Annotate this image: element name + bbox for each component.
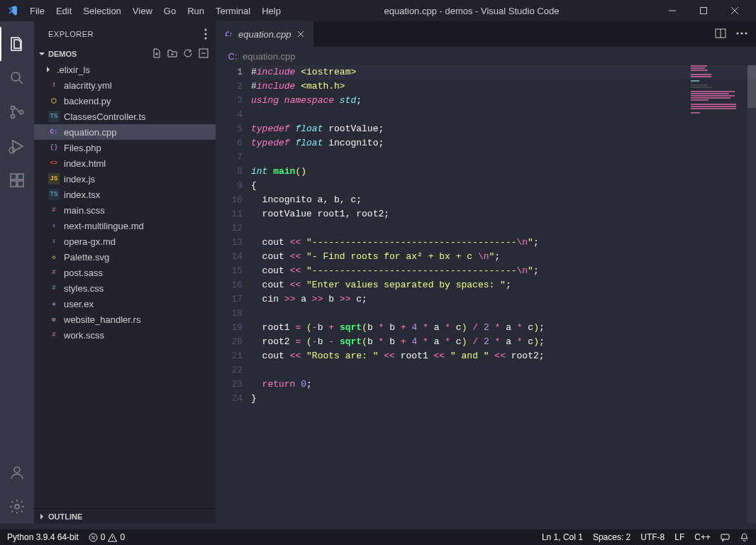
chevron-down-icon: [37, 49, 47, 59]
new-file-button[interactable]: [152, 48, 162, 60]
breadcrumb[interactable]: C: equation.cpp: [216, 47, 756, 65]
sass-file-icon: #: [48, 267, 60, 278]
file-item[interactable]: ◇Palette.svg: [34, 249, 216, 265]
editor-more-button[interactable]: [736, 28, 747, 41]
file-item[interactable]: ⬇opera-gx.md: [34, 233, 216, 249]
cpp-file-icon: C:: [227, 50, 238, 62]
collapse-button[interactable]: [199, 48, 209, 60]
activity-scm[interactable]: [0, 95, 34, 129]
editor-scrollbar[interactable]: [747, 65, 756, 524]
ts-file-icon: TS: [48, 111, 60, 122]
cpp-file-icon: C:: [223, 28, 234, 40]
php-file-icon: {}: [48, 142, 60, 153]
menu-selection[interactable]: Selection: [77, 3, 126, 19]
file-item[interactable]: #post.sass: [34, 265, 216, 280]
file-item[interactable]: #work.scss: [34, 327, 216, 343]
window-controls: [657, 0, 750, 21]
status-bell[interactable]: [740, 533, 749, 542]
sidebar: EXPLORER DEMOS .elixir_ls!alacritty.yml⬡…: [34, 21, 216, 524]
file-item[interactable]: {}Files.php: [34, 140, 216, 155]
svg-point-3: [11, 115, 15, 119]
status-encoding[interactable]: UTF-8: [640, 532, 665, 542]
chevron-right-icon: [37, 512, 47, 522]
svg-rect-9: [18, 181, 23, 187]
svg-point-1: [11, 72, 20, 81]
activity-search[interactable]: [0, 61, 34, 95]
js-file-icon: JS: [48, 173, 60, 185]
activity-debug[interactable]: [0, 129, 34, 163]
refresh-button[interactable]: [183, 48, 193, 60]
file-item[interactable]: #main.scss: [34, 202, 216, 218]
file-item[interactable]: C:equation.cpp: [34, 124, 216, 140]
ts-file-icon: TS: [48, 189, 60, 200]
sidebar-more-button[interactable]: [204, 28, 207, 40]
status-problems[interactable]: 0 0: [89, 532, 125, 542]
project-header[interactable]: DEMOS: [34, 46, 216, 62]
svg-rect-0: [701, 8, 707, 14]
file-item[interactable]: #styles.css: [34, 280, 216, 296]
menu-view[interactable]: View: [127, 3, 158, 19]
svg-point-10: [14, 467, 20, 473]
file-item[interactable]: TSClassesController.ts: [34, 109, 216, 124]
svg-point-18: [741, 32, 743, 34]
split-editor-button[interactable]: [715, 28, 726, 41]
svg-rect-6: [11, 174, 16, 180]
file-item[interactable]: <>index.html: [34, 155, 216, 171]
editor: C:equation.cpp C: equation.cpp 123456789…: [216, 21, 756, 524]
activity-settings[interactable]: [0, 490, 34, 524]
file-item[interactable]: ◈user.ex: [34, 296, 216, 312]
menu-go[interactable]: Go: [158, 3, 182, 19]
tab-bar: C:equation.cpp: [216, 21, 756, 47]
status-eol[interactable]: LF: [674, 532, 684, 542]
ex-file-icon: ◈: [48, 298, 60, 309]
sidebar-header: EXPLORER: [34, 21, 216, 46]
close-button[interactable]: [719, 0, 750, 21]
status-bar: Python 3.9.4 64-bit 0 0 Ln 1, Col 1 Spac…: [0, 529, 756, 545]
file-item[interactable]: ⬇next-multilingue.md: [34, 218, 216, 233]
scss-file-icon: #: [48, 204, 60, 216]
activity-extensions[interactable]: [0, 163, 34, 197]
outline-header[interactable]: OUTLINE: [34, 508, 216, 524]
status-cursor[interactable]: Ln 1, Col 1: [542, 532, 583, 542]
svg-point-19: [745, 32, 747, 34]
tab-equation-cpp[interactable]: C:equation.cpp: [216, 21, 314, 47]
file-item[interactable]: !alacritty.yml: [34, 77, 216, 93]
menu-help[interactable]: Help: [256, 3, 287, 19]
rs-file-icon: ⚙: [48, 314, 60, 325]
menu-edit[interactable]: Edit: [50, 3, 77, 19]
activity-explorer[interactable]: [0, 27, 34, 61]
scss-file-icon: #: [48, 329, 60, 341]
menu-bar: FileEditSelectionViewGoRunTerminalHelp: [24, 3, 287, 19]
yml-file-icon: !: [48, 79, 60, 91]
chevron-right-icon: [44, 65, 52, 74]
maximize-button[interactable]: [688, 0, 719, 21]
status-spaces[interactable]: Spaces: 2: [593, 532, 630, 542]
folder-item[interactable]: .elixir_ls: [34, 62, 216, 77]
code-area[interactable]: 123456789101112131415161718192021222324 …: [216, 65, 756, 524]
minimize-button[interactable]: [657, 0, 688, 21]
cpp-file-icon: C:: [48, 126, 60, 138]
md-file-icon: ⬇: [48, 236, 60, 247]
menu-file[interactable]: File: [24, 3, 50, 19]
menu-terminal[interactable]: Terminal: [210, 3, 256, 19]
status-lang[interactable]: C++: [694, 532, 711, 542]
new-folder-button[interactable]: [167, 48, 177, 60]
html-file-icon: <>: [48, 158, 60, 169]
file-item[interactable]: ⬡backend.py: [34, 93, 216, 109]
code-content[interactable]: #include <iostream>#include <math.h>usin…: [251, 65, 756, 524]
file-item[interactable]: TSindex.tsx: [34, 187, 216, 202]
status-python[interactable]: Python 3.9.4 64-bit: [7, 532, 79, 542]
minimap[interactable]: [691, 65, 747, 524]
svg-rect-7: [18, 174, 23, 180]
status-feedback[interactable]: [721, 533, 730, 542]
svg-point-11: [15, 505, 19, 509]
menu-run[interactable]: Run: [182, 3, 210, 19]
file-item[interactable]: ⚙website_handler.rs: [34, 312, 216, 327]
activity-account[interactable]: [0, 456, 34, 490]
tab-close-button[interactable]: [295, 28, 306, 40]
md-file-icon: ⬇: [48, 220, 60, 231]
svg-point-12: [205, 28, 207, 31]
file-item[interactable]: JSindex.js: [34, 171, 216, 187]
svg-rect-8: [11, 181, 16, 187]
svg-point-5: [9, 148, 15, 153]
